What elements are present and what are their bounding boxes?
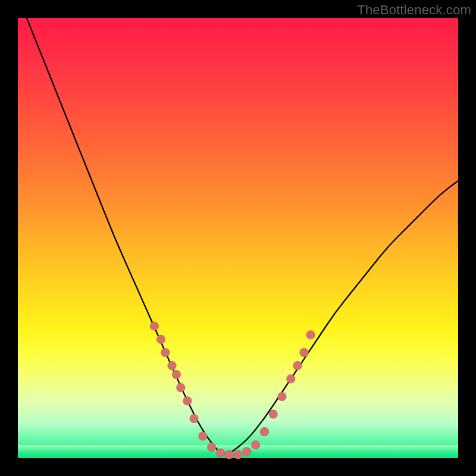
watermark-text: TheBottleneck.com [357,2,471,18]
highlight-dot [260,427,269,436]
highlight-dot [300,348,309,357]
highlight-dot [183,396,192,405]
highlight-dot [198,432,207,441]
highlight-dot [150,322,159,331]
highlight-dot [293,361,302,370]
highlight-dot [306,330,315,339]
highlight-dot [286,374,295,383]
highlight-dot [269,410,278,419]
right-curve [229,181,458,454]
highlight-dot [225,450,234,459]
highlight-dot [278,392,287,401]
left-curve [27,18,221,454]
highlight-dot [176,383,185,392]
highlight-dot [190,414,199,423]
highlight-dot [172,370,181,379]
highlight-dot [168,361,177,370]
highlight-dot [207,443,216,452]
highlight-dot [242,447,251,456]
highlight-dot [251,440,260,449]
curve-layer [18,18,458,458]
highlight-dots [150,322,315,459]
highlight-dot [234,450,243,459]
highlight-dot [216,449,225,458]
highlight-dot [156,335,165,344]
chart-frame: TheBottleneck.com [0,0,476,476]
highlight-dot [161,348,170,357]
